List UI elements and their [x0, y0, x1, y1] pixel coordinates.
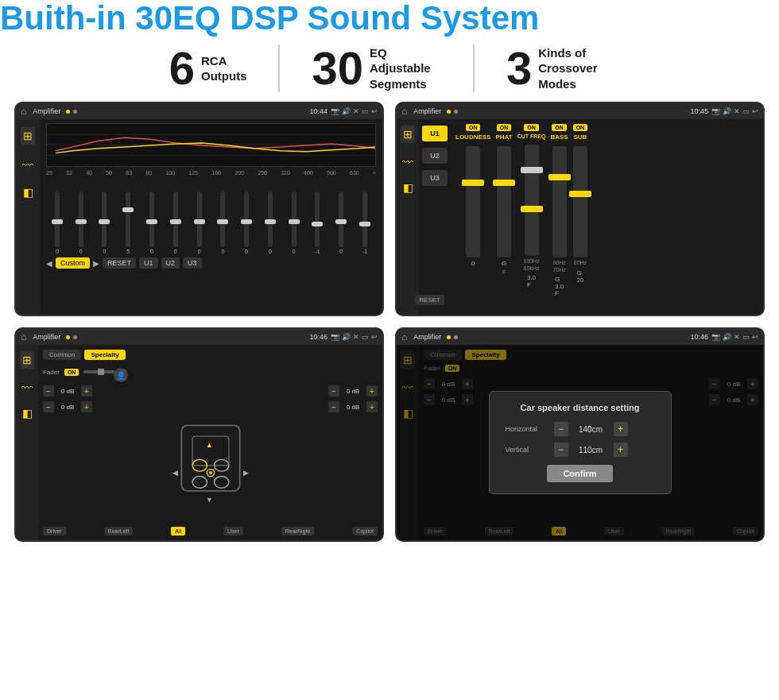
- vol-plus-fl[interactable]: +: [81, 385, 92, 396]
- vol-minus-rr[interactable]: −: [328, 401, 339, 412]
- vertical-minus-btn[interactable]: −: [554, 443, 568, 457]
- fader-slider[interactable]: [83, 368, 115, 376]
- sub-thumb[interactable]: [569, 191, 591, 197]
- slider-track-5[interactable]: [173, 191, 178, 247]
- slider-track-3[interactable]: [126, 191, 130, 247]
- crossover-reset-btn[interactable]: RESET: [415, 295, 444, 305]
- eq-icon-2[interactable]: ⊞: [401, 126, 415, 143]
- cutfreq-slider[interactable]: [525, 145, 539, 256]
- screen1-title: Amplifier: [33, 107, 60, 115]
- rear-right-btn[interactable]: RearRight: [281, 527, 315, 536]
- slider-thumb-6[interactable]: [194, 219, 205, 224]
- svg-text:▶: ▶: [243, 469, 249, 477]
- slider-thumb-11[interactable]: [312, 222, 323, 226]
- loudness-slider[interactable]: [466, 146, 480, 257]
- stat-text-rca: RCAOutputs: [201, 53, 247, 84]
- slider-track-10[interactable]: [292, 191, 296, 247]
- speaker-icon-3[interactable]: ◧: [22, 407, 33, 420]
- vol-plus-rl[interactable]: +: [81, 401, 92, 412]
- u2-preset-btn[interactable]: U2: [422, 148, 448, 164]
- all-btn[interactable]: All: [171, 527, 185, 536]
- u3-preset-btn[interactable]: U3: [422, 170, 448, 186]
- u1-preset-btn[interactable]: U1: [422, 126, 448, 141]
- eq-next-arrow[interactable]: ▶: [93, 259, 99, 268]
- slider-track-1[interactable]: [79, 191, 83, 247]
- slider-thumb-12[interactable]: [335, 219, 347, 224]
- slider-thumb-13[interactable]: [359, 222, 370, 226]
- vertical-plus-btn[interactable]: +: [614, 443, 628, 457]
- slider-track-6[interactable]: [197, 191, 202, 247]
- slider-track-9[interactable]: [268, 191, 273, 247]
- tab-common[interactable]: Common: [43, 350, 81, 360]
- crossover-left-sidebar: ⊞ 〰 ◧: [397, 119, 419, 315]
- slider-track-2[interactable]: [102, 191, 107, 247]
- vol-minus-fl[interactable]: −: [43, 385, 54, 396]
- slider-thumb-5[interactable]: [170, 219, 181, 224]
- wave-icon[interactable]: 〰: [22, 159, 33, 172]
- slider-thumb-0[interactable]: [52, 219, 63, 224]
- speaker-icon-l[interactable]: ◧: [23, 186, 33, 199]
- user-btn[interactable]: User: [223, 527, 243, 536]
- screen-eq: ⌂ Amplifier 10:44 📷 🔊 ✕ ▭ ↩ ⊞ 〰 ◧: [14, 102, 384, 316]
- eq-u2-btn[interactable]: U2: [161, 257, 180, 269]
- rear-left-btn[interactable]: RearLeft: [104, 527, 134, 536]
- eq-prev-arrow[interactable]: ◀: [46, 259, 52, 268]
- vol-minus-fr[interactable]: −: [328, 385, 339, 396]
- horizontal-minus-btn[interactable]: −: [554, 422, 568, 436]
- status-dot-3: [66, 335, 70, 339]
- eq-icon[interactable]: ⊞: [21, 127, 35, 145]
- slider-thumb-2[interactable]: [99, 219, 110, 224]
- vol-plus-fr[interactable]: +: [366, 385, 378, 396]
- eq-more-icon[interactable]: »: [373, 170, 376, 176]
- copilot-btn[interactable]: Copilot: [352, 527, 378, 536]
- slider-thumb-9[interactable]: [265, 219, 276, 224]
- slider-thumb-8[interactable]: [241, 219, 252, 224]
- eq-icon-3[interactable]: ⊞: [20, 351, 34, 369]
- tab-specialty[interactable]: Specialty: [84, 350, 125, 360]
- cutfreq-thumb-top[interactable]: [521, 167, 543, 173]
- slider-track-13[interactable]: [362, 191, 367, 247]
- cutfreq-thumb-bot[interactable]: [521, 206, 543, 212]
- svg-point-12: [209, 471, 212, 474]
- home-icon-2[interactable]: ⌂: [401, 106, 407, 117]
- status-dot2-4: [454, 335, 458, 339]
- phat-slider[interactable]: [497, 146, 511, 257]
- slider-thumb-1[interactable]: [76, 219, 87, 224]
- horizontal-plus-btn[interactable]: +: [614, 422, 628, 436]
- slider-track-8[interactable]: [244, 191, 249, 247]
- sub-slider[interactable]: [573, 146, 587, 257]
- back-icon-3: ↩: [371, 333, 378, 341]
- slider-thumb-10[interactable]: [289, 219, 300, 224]
- slider-track-12[interactable]: [339, 191, 343, 247]
- slider-track-11[interactable]: [315, 191, 320, 247]
- home-icon-4[interactable]: ⌂: [401, 331, 407, 342]
- eq-custom-btn[interactable]: Custom: [56, 257, 90, 269]
- slider-thumb-3[interactable]: [122, 207, 134, 212]
- eq-u3-btn[interactable]: U3: [183, 257, 202, 269]
- eq-reset-btn[interactable]: RESET: [103, 257, 136, 269]
- home-icon-3[interactable]: ⌂: [21, 331, 26, 342]
- vol-plus-rr[interactable]: +: [366, 401, 378, 412]
- slider-track-4[interactable]: [149, 191, 154, 247]
- driver-btn[interactable]: Driver: [43, 527, 66, 536]
- slider-thumb-4[interactable]: [146, 219, 157, 224]
- bass-slider[interactable]: [552, 146, 567, 257]
- eq-u1-btn[interactable]: U1: [139, 257, 158, 269]
- loudness-thumb[interactable]: [462, 180, 484, 186]
- bass-thumb[interactable]: [548, 174, 571, 180]
- status-dot-1: [66, 110, 70, 114]
- slider-thumb-7[interactable]: [217, 219, 228, 224]
- slider-track-0[interactable]: [55, 191, 60, 247]
- home-icon-1[interactable]: ⌂: [21, 106, 26, 117]
- speaker-icon-2[interactable]: ◧: [403, 181, 413, 194]
- sp-car-area: − 0 dB + − 0 dB +: [43, 385, 378, 524]
- wave-icon-3[interactable]: 〰: [21, 381, 33, 394]
- phat-thumb[interactable]: [493, 180, 515, 186]
- wave-icon-2[interactable]: 〰: [402, 156, 413, 168]
- eq-freq-32: 32: [66, 170, 72, 176]
- screen-speaker: ⌂ Amplifier 10:46 📷 🔊 ✕ ▭ ↩ ⊞ 〰 ◧ Com: [14, 327, 384, 542]
- confirm-button[interactable]: Confirm: [547, 465, 612, 482]
- vol-minus-rl[interactable]: −: [43, 401, 54, 412]
- slider-track-7[interactable]: [220, 191, 225, 247]
- screen-distance: ⌂ Amplifier 10:46 📷 🔊 ✕ ▭ ↩ ⊞ 〰 ◧: [395, 327, 765, 542]
